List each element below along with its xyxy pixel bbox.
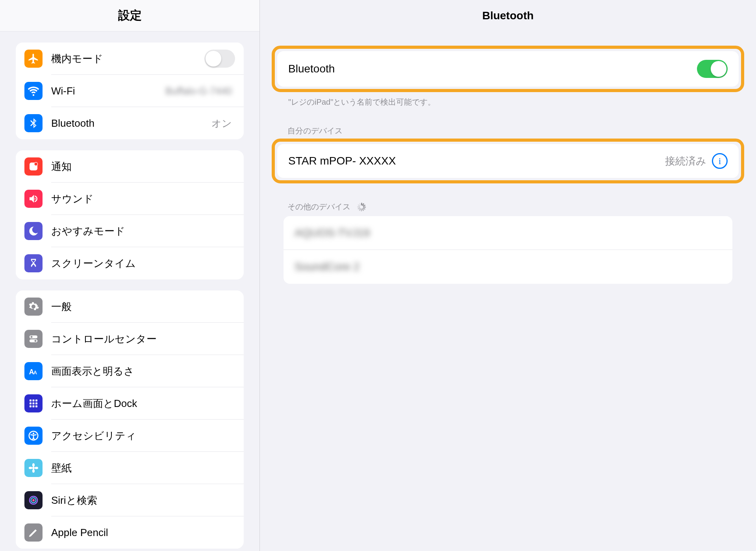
bluetooth-value: オン [211, 117, 232, 130]
dnd-label: おやすみモード [51, 224, 125, 238]
info-button[interactable]: i [712, 153, 728, 169]
notifications-icon [24, 157, 43, 176]
my-device-status: 接続済み [665, 154, 706, 168]
apps-grid-icon [24, 394, 43, 412]
display-label: 画面表示と明るさ [51, 364, 134, 378]
svg-point-22 [29, 467, 32, 469]
airplane-toggle[interactable] [204, 50, 235, 68]
sidebar-item-home[interactable]: ホーム画面とDock [16, 387, 244, 420]
other-device-row[interactable]: SoundCore 2 [284, 250, 732, 284]
controlcenter-label: コントロールセンター [51, 332, 157, 346]
siri-label: Siriと検索 [51, 494, 97, 507]
sidebar-group-network: 機内モード Wi-Fi Buffalo-G-7440 Bluetooth オン [16, 43, 244, 139]
airplane-icon [24, 50, 43, 68]
sidebar-item-display[interactable]: AA 画面表示と明るさ [16, 355, 244, 387]
svg-point-26 [32, 499, 35, 501]
svg-rect-8 [30, 399, 32, 401]
svg-rect-12 [33, 403, 35, 405]
siri-icon [24, 491, 43, 509]
other-device-name: AQUOS-TVJ19 [295, 227, 370, 239]
svg-rect-15 [33, 405, 35, 407]
hourglass-icon [24, 254, 43, 272]
discoverable-text: "レジのiPad"という名前で検出可能です。 [272, 92, 744, 107]
sidebar-item-notifications[interactable]: 通知 [16, 150, 244, 183]
accessibility-label: アクセシビリティ [51, 429, 136, 443]
pencil-icon [24, 523, 43, 542]
bluetooth-toggle[interactable] [697, 60, 728, 78]
svg-point-18 [33, 433, 34, 434]
sounds-icon [24, 190, 43, 208]
switches-icon [24, 330, 43, 348]
other-device-name: SoundCore 2 [295, 261, 359, 273]
bluetooth-icon [24, 114, 43, 132]
svg-point-21 [32, 469, 35, 473]
main-header: Bluetooth [260, 0, 756, 31]
wifi-icon [24, 82, 43, 100]
airplane-label: 機内モード [51, 52, 103, 66]
sidebar-item-pencil[interactable]: Apple Pencil [16, 516, 244, 549]
sidebar-item-general[interactable]: 一般 [16, 290, 244, 323]
sidebar-header: 設定 [0, 0, 259, 31]
svg-rect-16 [35, 405, 37, 407]
sidebar-group-notifications: 通知 サウンド おやすみモード スクリーンタイム [16, 150, 244, 279]
svg-point-5 [35, 340, 37, 342]
svg-point-3 [31, 336, 33, 338]
my-device-row[interactable]: STAR mPOP- XXXXX 接続済み i [277, 144, 739, 178]
sidebar-item-sounds[interactable]: サウンド [16, 183, 244, 215]
sidebar-item-wallpaper[interactable]: 壁紙 [16, 452, 244, 484]
bluetooth-label: Bluetooth [51, 117, 94, 129]
highlight-my-device: STAR mPOP- XXXXX 接続済み i [272, 139, 744, 183]
sidebar-item-wifi[interactable]: Wi-Fi Buffalo-G-7440 [16, 75, 244, 107]
svg-point-20 [32, 463, 35, 467]
moon-icon [24, 222, 43, 240]
wifi-value: Buffalo-G-7440 [165, 85, 232, 97]
wifi-label: Wi-Fi [51, 85, 75, 97]
sidebar-item-controlcenter[interactable]: コントロールセンター [16, 323, 244, 355]
svg-rect-11 [30, 403, 32, 405]
general-label: 一般 [51, 300, 72, 314]
text-size-icon: AA [24, 362, 43, 380]
sidebar-item-airplane[interactable]: 機内モード [16, 43, 244, 75]
svg-point-1 [34, 162, 38, 166]
bluetooth-toggle-card: Bluetooth [277, 51, 739, 87]
sidebar-item-siri[interactable]: Siriと検索 [16, 484, 244, 516]
my-device-name: STAR mPOP- XXXXX [288, 155, 396, 167]
accessibility-icon [24, 427, 43, 445]
bluetooth-toggle-label: Bluetooth [288, 63, 335, 75]
svg-text:A: A [33, 370, 37, 375]
screentime-label: スクリーンタイム [51, 257, 136, 270]
svg-rect-14 [30, 405, 32, 407]
notifications-label: 通知 [51, 160, 72, 174]
main-panel: Bluetooth Bluetooth "レジのiPad"という名前で検出可能で… [260, 0, 756, 551]
sidebar-item-dnd[interactable]: おやすみモード [16, 215, 244, 247]
sidebar-item-bluetooth[interactable]: Bluetooth オン [16, 107, 244, 139]
spinner-icon [357, 203, 365, 211]
svg-point-23 [35, 467, 38, 469]
other-devices-card: AQUOS-TVJ19 SoundCore 2 [284, 216, 732, 284]
sidebar: 設定 機内モード Wi-Fi Buffalo-G-7440 Bluetooth [0, 0, 260, 551]
pencil-label: Apple Pencil [51, 527, 108, 539]
gear-icon [24, 298, 43, 316]
svg-rect-10 [35, 399, 37, 401]
highlight-bluetooth-toggle: Bluetooth [272, 46, 744, 92]
other-device-row[interactable]: AQUOS-TVJ19 [284, 216, 732, 250]
sounds-label: サウンド [51, 192, 94, 206]
page-title: Bluetooth [482, 9, 534, 22]
sidebar-title: 設定 [118, 7, 142, 24]
bluetooth-toggle-row[interactable]: Bluetooth [277, 51, 739, 87]
home-label: ホーム画面とDock [51, 397, 137, 410]
my-device-card: STAR mPOP- XXXXX 接続済み i [277, 144, 739, 178]
svg-rect-9 [33, 399, 35, 401]
sidebar-item-screentime[interactable]: スクリーンタイム [16, 247, 244, 279]
other-devices-header: その他のデバイス [272, 183, 744, 214]
svg-rect-13 [35, 403, 37, 405]
wallpaper-label: 壁紙 [51, 461, 72, 475]
sidebar-item-accessibility[interactable]: アクセシビリティ [16, 420, 244, 452]
svg-point-19 [32, 467, 35, 469]
my-devices-header: 自分のデバイス [272, 107, 744, 138]
sidebar-group-general: 一般 コントロールセンター AA 画面表示と明るさ ホーム画面とDock アクセ… [16, 290, 244, 549]
flower-icon [24, 459, 43, 477]
